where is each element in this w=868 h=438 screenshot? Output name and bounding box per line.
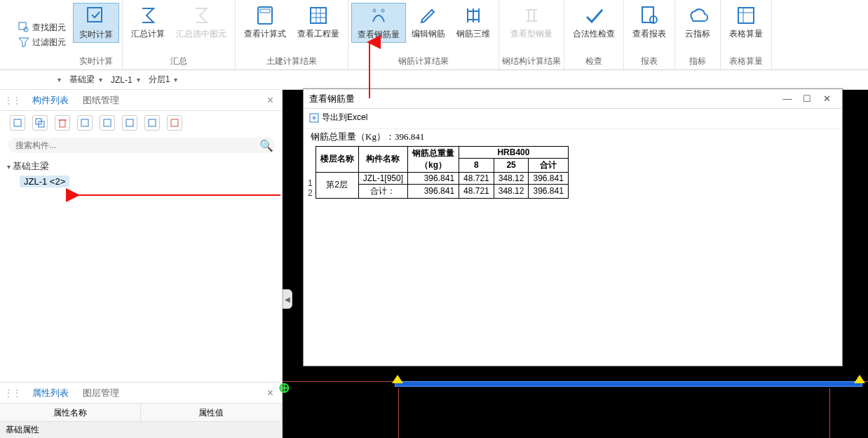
edit-rebar-btn[interactable]: 编辑钢筋	[406, 3, 451, 41]
group-realtime-label: 实时计算	[79, 53, 113, 69]
sum-selected-btn[interactable]: 汇总选中图元	[170, 3, 232, 41]
group-civil-label: 土建计算结果	[266, 53, 317, 69]
view-steel-btn[interactable]: 查看型钢量	[505, 3, 558, 41]
group-steel: 查看型钢量 钢结构计算结果	[499, 0, 564, 69]
sigma-icon	[137, 4, 159, 27]
svg-rect-15	[104, 119, 111, 126]
tab-layer-mgmt[interactable]: 图层管理	[76, 387, 126, 399]
component-tree: 基础主梁 JZL-1 <2>	[0, 156, 282, 192]
mini-e-btn[interactable]	[167, 115, 182, 131]
view-report-btn[interactable]: 查看报表	[627, 3, 672, 41]
svg-rect-8	[642, 7, 653, 22]
th-d25: 25	[494, 158, 529, 172]
cell-sum: 396.841	[529, 184, 568, 198]
rebar-3d-btn[interactable]: 钢筋三维	[451, 3, 496, 41]
mini-new-btn[interactable]	[10, 115, 25, 131]
export-excel-btn[interactable]: 导出到Excel	[309, 112, 367, 124]
mini-toolbar	[0, 111, 282, 135]
dialog-toolbar: 导出到Excel	[304, 109, 842, 129]
filter-element-btn[interactable]: 过滤图元	[18, 36, 66, 48]
close-btn[interactable]: ✕	[817, 93, 836, 104]
mini-b-btn[interactable]	[100, 115, 115, 131]
group-tablecalc-label: 表格算量	[729, 53, 763, 69]
cell-d25: 348.12	[494, 172, 529, 184]
selector-category[interactable]: 基础梁	[69, 74, 102, 86]
minimize-btn[interactable]: ―	[778, 93, 797, 104]
rebar-quantity-dialog: 查看钢筋量 ― ☐ ✕ 导出到Excel 钢筋总重量（Kg）：396.841 1…	[303, 88, 843, 366]
grid-line-v1	[398, 388, 399, 438]
dialog-title: 查看钢筋量	[309, 93, 355, 105]
cell-sum: 396.841	[529, 172, 568, 184]
group-sum: 汇总计算 汇总选中图元 汇总	[123, 0, 236, 69]
expand-panel-handle[interactable]: ◀	[283, 289, 292, 309]
cell-d25: 348.12	[494, 184, 529, 198]
cloud-index-btn[interactable]: 云指标	[678, 3, 717, 41]
search-input[interactable]	[8, 138, 275, 153]
group-index-label: 指标	[689, 53, 706, 69]
export-excel-label: 导出到Excel	[322, 112, 367, 124]
group-report: 查看报表 报表	[624, 0, 675, 69]
group-civil: 查看计算式 查看工程量 土建计算结果	[236, 0, 348, 69]
close-panel-btn[interactable]: ×	[263, 94, 278, 107]
legal-check-label: 合法性检查	[573, 28, 615, 40]
tree-parent[interactable]: 基础主梁	[7, 160, 275, 173]
tab-property-list[interactable]: 属性列表	[25, 387, 76, 399]
th-sum: 合计	[529, 158, 568, 172]
view-calc-label: 查看计算式	[244, 28, 286, 40]
sum-calc-label: 汇总计算	[131, 28, 165, 40]
search-icon[interactable]: 🔍	[259, 139, 273, 152]
svg-rect-17	[149, 119, 156, 126]
table-calc-btn[interactable]: 表格算量	[724, 3, 768, 41]
sum-calc-btn[interactable]: 汇总计算	[126, 3, 170, 41]
drag-handle-icon[interactable]: ⋮⋮	[4, 388, 21, 398]
mini-delete-btn[interactable]	[55, 115, 70, 131]
mini-d-btn[interactable]	[144, 115, 160, 131]
tree-child-jzl1[interactable]: JZL-1 <2>	[20, 175, 69, 187]
check-icon	[583, 4, 605, 27]
table-row[interactable]: 第2层 JZL-1[950] 396.841 48.721 348.12 396…	[316, 172, 568, 184]
selector-layer[interactable]: 分层1	[149, 74, 178, 86]
th-total: 钢筋总重量（kg）	[408, 146, 459, 172]
row-numbers: 1 2	[308, 146, 316, 199]
selector-a[interactable]	[56, 76, 61, 84]
row-num-1: 1	[308, 178, 316, 188]
realtime-calc-btn[interactable]: 实时计算	[73, 3, 119, 43]
th-floor: 楼层名称	[316, 146, 358, 172]
find-element-btn[interactable]: 查找图元	[18, 22, 66, 34]
mini-a-btn[interactable]	[77, 115, 93, 131]
prop-category-basic[interactable]: 基础属性	[0, 422, 282, 438]
filter-element-label: 过滤图元	[32, 36, 66, 48]
svg-rect-4	[260, 9, 270, 13]
svg-point-6	[373, 9, 376, 12]
view-calc-btn[interactable]: 查看计算式	[238, 3, 292, 41]
view-rebar-btn[interactable]: 查看钢筋量	[351, 3, 406, 43]
origin-marker: ⊕	[278, 379, 290, 396]
prop-col-name: 属性名称	[0, 404, 141, 421]
realtime-calc-label: 实时计算	[79, 29, 113, 41]
maximize-btn[interactable]: ☐	[797, 93, 817, 104]
property-panel: ⋮⋮ 属性列表 图层管理 × 属性名称 属性值 基础属性	[0, 382, 282, 438]
tab-component-list[interactable]: 构件列表	[25, 94, 76, 107]
view-rebar-label: 查看钢筋量	[358, 29, 400, 41]
beam-element[interactable]	[395, 381, 862, 387]
svg-rect-14	[81, 119, 88, 126]
legal-check-btn[interactable]: 合法性检查	[567, 3, 621, 41]
svg-rect-10	[738, 8, 754, 23]
rebar-3d-label: 钢筋三维	[456, 28, 490, 40]
view-eng-btn[interactable]: 查看工程量	[292, 3, 345, 41]
dialog-titlebar[interactable]: 查看钢筋量 ― ☐ ✕	[304, 89, 842, 109]
find-element-label: 查找图元	[32, 22, 66, 34]
mini-copy-btn[interactable]	[32, 115, 48, 131]
cell-d8: 48.721	[459, 184, 494, 198]
small-buttons: 查找图元 过滤图元	[14, 0, 70, 69]
drag-handle-icon[interactable]: ⋮⋮	[4, 95, 21, 105]
mini-c-btn[interactable]	[122, 115, 137, 131]
calc-icon	[254, 4, 276, 27]
rebar-table[interactable]: 楼层名称 构件名称 钢筋总重量（kg） HRB400 8 25 合计 第2层 J…	[316, 146, 569, 199]
selector-component[interactable]: JZL-1	[111, 75, 140, 85]
cell-total: 396.841	[408, 184, 459, 198]
close-prop-btn[interactable]: ×	[263, 387, 278, 399]
svg-rect-11	[14, 119, 21, 126]
th-grade: HRB400	[459, 146, 569, 158]
tab-drawing-mgmt[interactable]: 图纸管理	[76, 94, 126, 107]
